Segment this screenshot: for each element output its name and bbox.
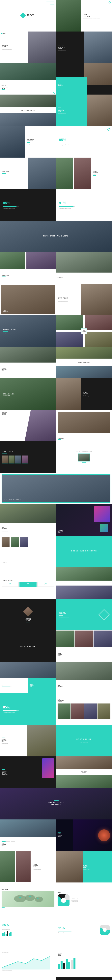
slide-33[interactable]: CAPTION (0, 536, 56, 567)
slide-25[interactable]: WE ARE CREATIVE TEAM Lorem ipsum dolor (56, 378, 112, 410)
teal-line (58, 300, 62, 300)
slide-6[interactable]: WE ARE CREATIVE TEAM (56, 63, 112, 95)
slide-31[interactable]: TOP PICTURE Lorem ipsum dolor (0, 504, 56, 536)
slide-50[interactable]: TAB PICTURE SLIDE (0, 819, 56, 851)
slide-54[interactable]: MAP SLIDE (0, 883, 56, 914)
slide-34[interactable]: BREAK SLIDE PICTURE (56, 536, 112, 567)
slide-46[interactable]: BREAK SLIDE Lorem ipsum dolor sit (56, 725, 112, 756)
slide-37[interactable]: CENTER PICTURE SLIDE (0, 599, 56, 630)
teal-line (26, 622, 30, 622)
slide-53[interactable]: WE ARE CREATIVE TEAM Lorem ipsum dolor s… (56, 851, 112, 883)
bottom-img (56, 585, 112, 599)
slide-56[interactable]: 85% Lorem ipsum dolor sit (0, 914, 56, 945)
slides-row-15: OUR TEAM SMALL CENTER PICTURE (0, 441, 112, 473)
slide-59[interactable]: COLUMN CHART SLIDE (56, 945, 112, 977)
slides-row-19: PRICE SLIDE $29 Basic $59 Pro $99 Enterp… (0, 567, 112, 599)
slide-47[interactable]: MOCKUP BREAK SLIDE PICTURE (0, 756, 56, 788)
slide-2[interactable]: LEFT PICTURE Lorem ipsum dolor sit amet … (56, 0, 112, 32)
slide-14[interactable]: 91% Lorem ipsum dolor sit amet (56, 189, 112, 221)
slide-60[interactable]: ROTI THANK YOU Lorem ipsum dolor sit ame… (0, 977, 56, 980)
img1 (56, 630, 74, 648)
teal-line (93, 175, 96, 176)
right-image (81, 284, 112, 315)
slide-4[interactable]: WE ARE CREATIVE TEAM Lorem ipsum dolor s… (56, 32, 112, 63)
slide-57[interactable]: 91% Lorem ipsum dolor (56, 914, 112, 945)
slide-27[interactable]: PICTURE (56, 410, 112, 441)
slide-11[interactable]: YOUR TITLE Lorem ipsum dolor sit amet co… (0, 158, 56, 189)
tabs (2, 841, 54, 842)
white-panel: 85% (0, 678, 28, 694)
top-img (56, 756, 112, 769)
slide-48[interactable]: BREAK SLIDE PICTURE (56, 756, 112, 788)
slide-12[interactable]: THREE PICTURE SLIDE (56, 158, 112, 189)
desc: Lorem ipsum dolor sit (2, 277, 9, 278)
slide-43[interactable]: 85% Lorem ipsum dolor sit amet (0, 694, 56, 725)
pie-chart-sm (100, 925, 110, 935)
desc: Lorem ipsum dolor sit amet consectetur (2, 175, 29, 175)
img-tr (26, 252, 56, 269)
slide-35[interactable]: PRICE SLIDE $29 Basic $59 Pro $99 Enterp… (0, 567, 56, 599)
title-label: YOUR TITLE (2, 171, 29, 172)
slide-45[interactable]: WE ARE CREATIVE TEAM Lorem ipsum dolor (0, 725, 56, 756)
bottom-image (0, 113, 56, 126)
mini-chart (2, 931, 54, 936)
slide-28[interactable]: OUR TEAM (0, 441, 56, 473)
teal-line (52, 238, 60, 238)
four-images (58, 703, 110, 719)
slide-32[interactable]: GARNBY PICTURE SLIDE (56, 504, 112, 536)
slide-5[interactable]: WE ARE CREATIVE TEAM (0, 63, 56, 95)
slide-17[interactable]: CAPTION Lorem ipsum dolor sit amet (56, 252, 112, 284)
slide-3[interactable]: CENTRE TITLE Lorem ipsum dolor sit amet … (0, 32, 56, 63)
teal-panel: WE ARE CREATIVE TEAM (28, 678, 56, 694)
desc: Lorem ipsum dolor sit amet (27, 143, 54, 145)
we-are-label: WE ARE CREATIVE TEAM (2, 85, 54, 89)
teal-panel: WE ARE CREATIVE TEAM (56, 77, 87, 95)
slide-39[interactable]: BREAK SLIDE (0, 630, 56, 662)
we-are-label: WE ARE CREATIVE TEAM (58, 84, 85, 88)
slide-36[interactable]: TOP BOTTOM PICTURE (56, 567, 112, 599)
slide-16[interactable]: YOUR TITLE Lorem ipsum dolor sit (0, 252, 56, 284)
map-label: MAP SLIDE (2, 889, 54, 890)
slide-21[interactable]: YOUR PICTURE (56, 315, 112, 347)
our-team-label: OUR TEAM (58, 297, 81, 299)
slide-49[interactable]: BREAK SLIDE PICTURE (0, 788, 112, 819)
slide-38[interactable]: ANNUAL REPORT Lorem ipsum dolor sit amet (56, 599, 112, 630)
title-group: YOUR TITLE Lorem ipsum dolor sit (2, 275, 9, 278)
img1 (56, 158, 73, 189)
break-label: BREAK SLIDE PICTURE (3, 393, 14, 396)
slide-13[interactable]: 85% Lorem ipsum dolor sit amet (0, 189, 56, 221)
img1 (2, 538, 10, 547)
slide-10[interactable]: 85% Lorem ipsum dolor sit amet (56, 126, 112, 158)
slide-desc: Lorem ipsum dolor sit (58, 50, 85, 51)
slide-42[interactable]: TOP PICTURE (56, 662, 112, 694)
white-line (82, 741, 86, 741)
slide-29[interactable]: SMALL CENTER PICTURE (56, 441, 112, 473)
slide-58[interactable]: LINE CHART Lorem ipsum dolor sit amet (0, 945, 56, 977)
slide-7[interactable]: TOP BOTTOM PICTURE (0, 95, 56, 126)
slide-44[interactable]: FOUR HORIZONTAL PICTURE (56, 694, 112, 725)
slide-22[interactable]: WE ARE CREATIVE TEAM (0, 347, 56, 378)
slide-51[interactable]: PHONE PICTURE SLIDE Lorem ipsum dolor (56, 819, 112, 851)
slide-1[interactable]: ROTI (0, 0, 56, 32)
slide-24[interactable]: BREAK SLIDE PICTURE (0, 378, 56, 410)
slide-18[interactable]: YOUR PICTURE (0, 284, 56, 315)
slide-26[interactable]: DIAGONAL SQUARE PICTURE (0, 410, 56, 441)
slide-61[interactable]: BREAK SLIDE Lorem ipsum dolor sit amet (56, 977, 112, 980)
right-image (25, 725, 56, 756)
slide-40[interactable]: THREE PICTURE SLIDE (56, 630, 112, 662)
slide-19[interactable]: OUR TEAM Lorem ipsum dolor sit amet (56, 284, 112, 315)
slide-52[interactable]: THREE PICTURE SLIDE Lorem ipsum dolor si… (0, 851, 56, 883)
slide-9[interactable]: COMPANY PROFILE Lorem ipsum dolor sit am… (0, 126, 56, 158)
diamond-outline-icon (108, 1, 111, 4)
slide-15[interactable]: HORIZONTAL SLIDE (0, 221, 112, 252)
slide-20[interactable]: TOGETHER Lorem ipsum dolor sit amet (0, 315, 56, 347)
slide-55[interactable]: PIE CHART SLIDE ● 60% Category A ● 25% C… (56, 883, 112, 914)
left-image (0, 126, 25, 158)
white-line (83, 864, 86, 864)
img-q1 (56, 315, 83, 330)
img-q3 (56, 332, 83, 347)
slide-8[interactable]: WE ARE CREATIVE TEAM Lorem ipsum dolor s… (56, 95, 112, 126)
slide-41[interactable]: WE ARE CREATIVE TEAM 85% (0, 662, 56, 694)
slide-30[interactable]: PICTURE BORDER (0, 473, 112, 504)
slide-23[interactable]: TOP BOTTOM PICTURE (56, 347, 112, 378)
